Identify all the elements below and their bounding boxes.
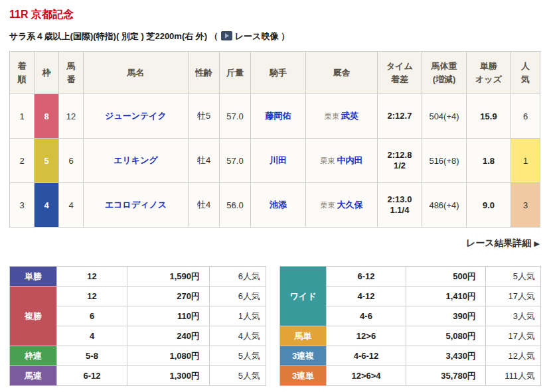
horse-number: 4 bbox=[59, 183, 84, 228]
finish-position: 2 bbox=[10, 139, 35, 183]
payout-type-umatan: 馬単 bbox=[280, 326, 327, 346]
payout-row-umaren: 馬連 6-12 1,300円 5人気 bbox=[10, 366, 266, 386]
payout-row-tansho: 単勝 12 1,590円 6人気 bbox=[10, 267, 266, 287]
payout-row-wide: ワイド 6-12 500円 5人気 bbox=[280, 267, 541, 287]
payout-combo: 12>6>4 bbox=[327, 366, 406, 386]
stable-region: 栗東 bbox=[325, 112, 339, 120]
trainer-link[interactable]: 大久保 bbox=[337, 200, 363, 210]
carried-weight: 57.0 bbox=[220, 139, 251, 183]
payout-amount: 390円 bbox=[406, 306, 486, 326]
jockey-link[interactable]: 川田 bbox=[270, 155, 287, 165]
payout-type-sanrenpuku: 3連複 bbox=[280, 346, 327, 366]
popularity: 1 bbox=[511, 139, 540, 183]
payout-amount: 1,300円 bbox=[127, 366, 210, 386]
payout-amount: 110円 bbox=[127, 306, 210, 326]
payout-amount: 240円 bbox=[127, 326, 210, 346]
payout-amount: 500円 bbox=[406, 267, 486, 287]
payout-amount: 1,590円 bbox=[127, 267, 210, 287]
payout-type-tansho: 単勝 bbox=[10, 267, 57, 287]
payout-popularity: 111人気 bbox=[486, 366, 541, 386]
detail-link-row: レース結果詳細▶ bbox=[9, 237, 540, 249]
payout-combo: 12 bbox=[57, 267, 127, 287]
race-video-icon[interactable] bbox=[221, 31, 232, 40]
payout-row-sanrenpuku: 3連複 4-6-12 3,430円 12人気 bbox=[280, 346, 541, 366]
sex-age: 牡4 bbox=[189, 183, 220, 228]
result-row-3: 3 4 4 エコロディノス 牡4 56.0 池添 栗東大久保 2:13.01.1… bbox=[10, 183, 540, 228]
payout-popularity: 3人気 bbox=[486, 306, 541, 326]
trainer-link[interactable]: 武英 bbox=[341, 111, 358, 121]
payout-combo: 12>6 bbox=[327, 326, 406, 346]
payout-popularity: 5人気 bbox=[210, 346, 266, 366]
race-video-link[interactable]: レース映像 bbox=[235, 31, 279, 41]
body-weight: 516(+8) bbox=[422, 139, 467, 183]
col-header-bodyweight: 馬体重(増減) bbox=[422, 52, 467, 94]
sex-age: 牡4 bbox=[189, 139, 220, 183]
stable-region: 栗東 bbox=[321, 157, 335, 164]
paren-close: ） bbox=[281, 31, 289, 41]
page-title: 11R 京都記念 bbox=[9, 8, 540, 22]
payout-popularity: 4人気 bbox=[210, 326, 266, 346]
payout-type-wide: ワイド bbox=[280, 267, 327, 326]
race-conditions-text: サラ系４歳以上(国際)(特指)( 別定 ) 芝2200m(右 外) bbox=[9, 31, 207, 41]
col-header-time: タイム着差 bbox=[378, 52, 422, 94]
payout-section: 単勝 12 1,590円 6人気 複勝 12 270円 6人気 6 110円 1… bbox=[9, 266, 540, 386]
horse-name-link[interactable]: エリキング bbox=[114, 155, 158, 165]
payout-popularity: 17人気 bbox=[486, 287, 541, 306]
race-conditions: サラ系４歳以上(国際)(特指)( 別定 ) 芝2200m(右 外) （レース映像… bbox=[9, 31, 540, 42]
payout-amount: 3,430円 bbox=[406, 346, 486, 366]
payout-combo: 6 bbox=[57, 306, 127, 326]
jockey-link[interactable]: 藤岡佑 bbox=[266, 111, 291, 121]
payout-row-umatan: 馬単 12>6 5,080円 17人気 bbox=[280, 326, 541, 346]
body-weight: 486(+4) bbox=[422, 183, 467, 228]
col-header-jockey: 騎手 bbox=[251, 52, 306, 94]
waku-badge: 4 bbox=[35, 183, 59, 228]
payout-row-wakuren: 枠連 5-8 1,080円 5人気 bbox=[10, 346, 266, 366]
result-row-2: 2 5 6 エリキング 牡4 57.0 川田 栗東中内田 2:12.81/2 5… bbox=[10, 139, 540, 183]
col-header-popularity: 人気 bbox=[511, 52, 540, 94]
payout-amount: 1,080円 bbox=[127, 346, 210, 366]
payout-type-umaren: 馬連 bbox=[10, 366, 57, 386]
payout-amount: 270円 bbox=[127, 287, 210, 306]
payout-amount: 1,410円 bbox=[406, 287, 486, 306]
payout-combo: 6-12 bbox=[327, 267, 406, 287]
payout-table-left: 単勝 12 1,590円 6人気 複勝 12 270円 6人気 6 110円 1… bbox=[9, 266, 266, 386]
col-header-position: 着順 bbox=[10, 52, 35, 94]
payout-amount: 35,780円 bbox=[406, 366, 486, 386]
payout-popularity: 1人気 bbox=[210, 306, 266, 326]
col-header-weight: 斤量 bbox=[220, 52, 251, 94]
horse-name-link[interactable]: エコロディノス bbox=[105, 200, 167, 210]
payout-type-sanrentan: 3連単 bbox=[280, 366, 327, 386]
win-odds: 1.8 bbox=[467, 139, 511, 183]
trainer-link[interactable]: 中内田 bbox=[337, 155, 363, 165]
chevron-right-icon: ▶ bbox=[534, 239, 540, 247]
time-margin: 2:12.81/2 bbox=[378, 139, 422, 183]
win-odds: 9.0 bbox=[467, 183, 511, 228]
race-result-detail-link[interactable]: レース結果詳細▶ bbox=[466, 237, 540, 248]
race-results-table: 着順 枠 馬番 馬名 性齢 斤量 騎手 厩舎 タイム着差 馬体重(増減) 単勝オ… bbox=[9, 51, 540, 228]
jockey-link[interactable]: 池添 bbox=[270, 200, 287, 210]
payout-combo: 4 bbox=[57, 326, 127, 346]
col-header-horse: 馬名 bbox=[84, 52, 189, 94]
payout-popularity: 5人気 bbox=[486, 267, 541, 287]
payout-type-wakuren: 枠連 bbox=[10, 346, 57, 366]
horse-name-link[interactable]: ジューンテイク bbox=[105, 111, 167, 121]
win-odds: 15.9 bbox=[467, 94, 511, 139]
play-triangle-icon bbox=[225, 33, 229, 38]
popularity: 3 bbox=[511, 183, 540, 228]
col-header-number: 馬番 bbox=[59, 52, 84, 94]
payout-amount: 5,080円 bbox=[406, 326, 486, 346]
payout-row-fukusho: 複勝 12 270円 6人気 bbox=[10, 287, 266, 306]
results-header-row: 着順 枠 馬番 馬名 性齢 斤量 騎手 厩舎 タイム着差 馬体重(増減) 単勝オ… bbox=[10, 52, 540, 94]
horse-number: 6 bbox=[59, 139, 84, 183]
finish-position: 1 bbox=[10, 94, 35, 139]
col-header-waku: 枠 bbox=[35, 52, 59, 94]
col-header-stable: 厩舎 bbox=[306, 52, 378, 94]
payout-row-sanrentan: 3連単 12>6>4 35,780円 111人気 bbox=[280, 366, 541, 386]
payout-combo: 4-6-12 bbox=[327, 346, 406, 366]
payout-table-right: ワイド 6-12 500円 5人気 4-12 1,410円 17人気 4-6 3… bbox=[279, 266, 541, 386]
payout-popularity: 5人気 bbox=[210, 366, 266, 386]
carried-weight: 57.0 bbox=[220, 94, 251, 139]
payout-popularity: 6人気 bbox=[210, 287, 266, 306]
popularity: 6 bbox=[511, 94, 540, 139]
payout-type-fukusho: 複勝 bbox=[10, 287, 57, 346]
